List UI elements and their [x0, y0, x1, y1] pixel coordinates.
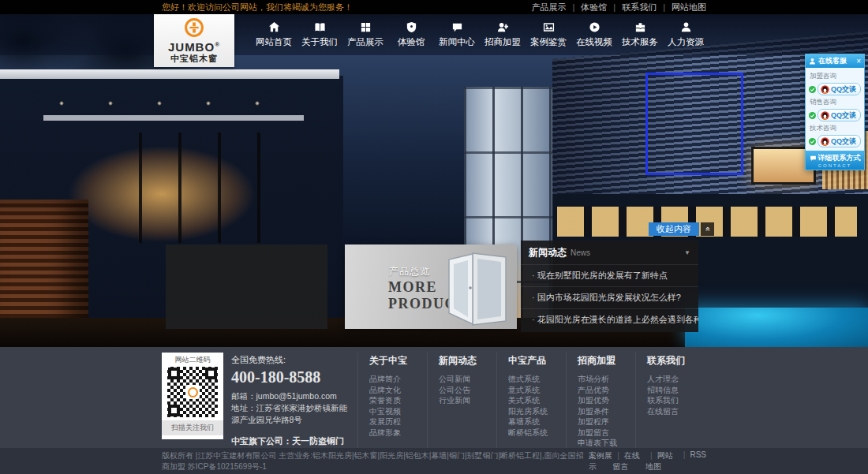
topbar-link[interactable]: 产品展示 [531, 2, 566, 13]
highlight-selection-box [645, 73, 743, 175]
footer-link[interactable]: 加盟留言 [578, 427, 635, 439]
news-collapse-icon[interactable]: ▼ [684, 249, 690, 256]
picture-icon [543, 21, 555, 33]
footer-col-contact: 联系我们 人才理念招聘信息联系我们在线留言 [635, 353, 705, 448]
footer-link[interactable]: 美式系统 [508, 395, 566, 406]
footer-link[interactable]: 联系我们 [647, 395, 705, 406]
qq-chat-button[interactable]: QQ交谈 [817, 83, 861, 95]
user-icon [680, 21, 692, 33]
bottom-link[interactable]: 网站地图 [645, 450, 679, 472]
collapse-content-button[interactable]: 收起内容 [649, 222, 699, 236]
detailed-contact-button[interactable]: 详细联系方式 CONTACT [806, 151, 864, 170]
qq-chat-button[interactable]: QQ交谈 [817, 109, 861, 121]
contact-label: 详细联系方式 [818, 153, 861, 163]
online-status-icon [809, 112, 816, 119]
nav-label: 招商加盟 [485, 36, 521, 48]
hero-image: 网站首页 关于我们 产品展示 体验馆 新闻中心 [0, 14, 868, 347]
logo[interactable]: JUMBO® 中宝铝木窗 [154, 14, 234, 67]
footer-link[interactable]: 招聘信息 [647, 385, 705, 396]
qr-card: 网站二维码 扫描关注我们 [162, 353, 223, 439]
footer-col-title[interactable]: 关于中宝 [369, 354, 427, 368]
page: 您好！欢迎访问公司网站，我们将竭诚为您服务！ 产品展示体验馆联系我们网站地图 [0, 0, 868, 474]
collapse-controls: 收起内容 » [649, 222, 714, 236]
home-icon [268, 21, 280, 33]
online-service-panel: 在线客服 × 加盟咨询 QQ交谈 [805, 54, 865, 170]
footer-link[interactable]: 市场分析 [578, 374, 635, 385]
more-products-card[interactable]: 产品总览 MORE PRODUCTS [345, 244, 517, 329]
footer-link[interactable]: 断桥铝系统 [508, 427, 566, 439]
shield-icon [406, 21, 417, 33]
qq-consult-group: 技术咨询 QQ交谈 [809, 124, 861, 147]
nav-item-news[interactable]: 新闻中心 [434, 14, 480, 55]
nav-item-videos[interactable]: 在线视频 [571, 14, 617, 55]
topbar-link[interactable]: 网站地图 [657, 2, 706, 13]
footer-link[interactable]: 中宝视频 [369, 406, 427, 417]
footer-contact-block: 全国免费热线: 400-180-8588 邮箱：jumbo@51jumbo.co… [231, 353, 353, 448]
qq-chat-button[interactable]: QQ交谈 [817, 135, 861, 147]
footer-link[interactable]: 德式系统 [508, 374, 566, 385]
footer-col-title[interactable]: 中宝产品 [508, 354, 566, 368]
nav-label: 案例鉴赏 [530, 36, 567, 48]
footer-col-title[interactable]: 新闻动态 [439, 354, 496, 368]
jumbo-logo-icon [184, 17, 204, 38]
footer-link[interactable]: 幕墙系统 [508, 416, 566, 427]
chat-icon [451, 21, 463, 33]
footer-link[interactable]: 意式系统 [508, 385, 566, 396]
footer-col-title[interactable]: 招商加盟 [578, 354, 635, 368]
footer-link[interactable]: 产品优势 [578, 385, 635, 396]
nav-item-products[interactable]: 产品展示 [342, 14, 388, 55]
logo-name: JUMBO® [168, 39, 220, 53]
nav-item-home[interactable]: 网站首页 [251, 14, 297, 55]
footer-col-news: 新闻动态 公司新闻公司公告行业新闻 [427, 353, 496, 448]
footer-link[interactable]: 公司新闻 [439, 374, 496, 385]
nav-item-experience-hall[interactable]: 体验馆 [388, 14, 434, 55]
qr-center-logo [185, 385, 200, 399]
footer-link[interactable]: 发展历程 [369, 416, 427, 427]
logo-subtitle: 中宝铝木窗 [170, 53, 218, 65]
nav-item-join[interactable]: 招商加盟 [480, 14, 526, 55]
footer-link[interactable]: 公司公告 [439, 385, 496, 396]
qr-title: 网站二维码 [162, 353, 223, 367]
online-service-title: 在线客服 [818, 56, 847, 66]
online-status-icon [809, 86, 816, 93]
footer-link[interactable]: 行业新闻 [439, 395, 496, 406]
nav-item-about[interactable]: 关于我们 [297, 14, 342, 55]
news-item-link[interactable]: 现在别墅阳光房的发展有了新特点 [521, 264, 698, 286]
footer-link[interactable]: 人才理念 [647, 374, 705, 385]
footer-link[interactable]: 品牌形象 [369, 427, 427, 439]
footer-link[interactable]: 加盟优势 [578, 395, 635, 406]
nav-label: 人力资源 [668, 36, 704, 48]
collapse-arrow-icon[interactable]: » [701, 222, 714, 236]
topbar-link[interactable]: 体验馆 [566, 2, 607, 13]
nav-item-hr[interactable]: 人力资源 [663, 14, 709, 55]
topbar-link[interactable]: 联系我们 [607, 2, 657, 13]
bottom-links: 案例展示在线留言网站地图RSS [589, 450, 706, 472]
news-item-link[interactable]: 花园阳光房在漫长的道路上必然会遇到各种挑战 [521, 308, 698, 330]
footer-link[interactable]: 品牌简介 [369, 374, 427, 385]
pool [685, 308, 868, 347]
main-navbar: 网站首页 关于我们 产品展示 体验馆 新闻中心 [0, 14, 868, 55]
top-bar: 您好！欢迎访问公司网站，我们将竭诚为您服务！ 产品展示体验馆联系我们网站地图 [0, 0, 868, 14]
qq-chat-label: QQ交谈 [831, 136, 856, 147]
footer-link[interactable]: 加盟条件 [578, 406, 635, 417]
bottom-link[interactable]: 在线留言 [612, 450, 645, 472]
news-item-link[interactable]: 国内市场花园阳光房发展状况怎么样? [521, 286, 698, 308]
nav-item-cases[interactable]: 案例鉴赏 [526, 14, 571, 55]
footer-link[interactable]: 在线留言 [647, 406, 705, 417]
footer-link[interactable]: 荣誉资质 [369, 395, 427, 406]
roof-beam [43, 115, 304, 121]
footer-link[interactable]: 加盟程序 [578, 416, 635, 427]
footer-link[interactable]: 品牌文化 [369, 385, 427, 396]
nav-menu: 网站首页 关于我们 产品展示 体验馆 新闻中心 [251, 14, 709, 55]
footer-col-title[interactable]: 联系我们 [647, 354, 705, 368]
close-icon[interactable]: × [856, 58, 861, 65]
footer-link[interactable]: 申请表下载 [578, 438, 635, 449]
grid-icon [360, 21, 372, 33]
footer-link[interactable]: 阳光房系统 [508, 406, 566, 417]
nav-item-tech-service[interactable]: 技术服务 [617, 14, 663, 55]
bottom-link[interactable]: 案例展示 [589, 450, 613, 472]
online-status-icon [809, 138, 816, 145]
nav-label: 产品展示 [347, 36, 383, 48]
bottom-link[interactable]: RSS [679, 450, 706, 472]
qr-code-image [167, 367, 218, 417]
